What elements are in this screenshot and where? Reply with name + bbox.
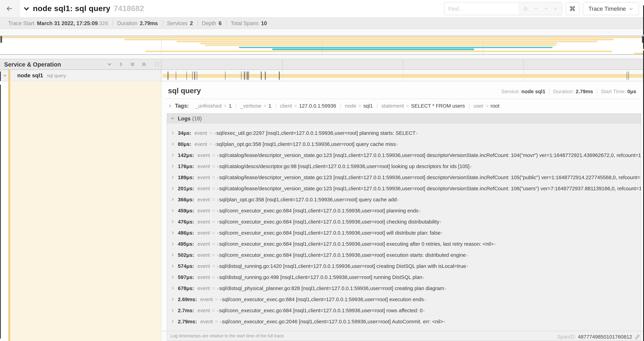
chevron-right-icon[interactable] bbox=[171, 242, 174, 246]
chevron-right-icon[interactable] bbox=[171, 164, 174, 168]
chevron-right-icon[interactable] bbox=[171, 153, 174, 157]
chevron-right-icon[interactable] bbox=[171, 286, 174, 290]
clear-find-icon[interactable]: × bbox=[554, 6, 557, 12]
span-color-stripe bbox=[8, 70, 10, 81]
top-bar: node sql1: sql query 7418682 × ⌘ Trace T… bbox=[0, 0, 644, 17]
span-tag: _unfinished=1 bbox=[191, 103, 236, 109]
jaeger-trace-page: node sql1: sql query 7418682 × ⌘ Trace T… bbox=[0, 0, 644, 341]
chevron-right-icon[interactable] bbox=[171, 175, 174, 179]
span-name-cell[interactable]: node sql1 sql query bbox=[0, 70, 161, 81]
log-entry-row[interactable]: 201μs: event = sql/catalog/lease/descrip… bbox=[167, 183, 641, 194]
span-id-value: 4877749850101760812 bbox=[578, 334, 632, 340]
left-edge-line bbox=[0, 85, 1, 338]
log-entry-row[interactable]: 486μs: event = sql/conn_executor_exec.go… bbox=[167, 227, 641, 238]
span-log-marks bbox=[162, 70, 644, 81]
right-edge-strip bbox=[643, 5, 644, 341]
chevron-right-icon[interactable] bbox=[171, 131, 174, 135]
minimap-span-bar[interactable] bbox=[176, 41, 597, 42]
log-entry-row[interactable]: 80μs: event = sql/plan_opt.go:358 [nsql1… bbox=[167, 138, 641, 150]
minimap-span-bar[interactable] bbox=[146, 51, 612, 52]
log-entry-row[interactable]: 366μs: event = sql/plan_opt.go:358 [nsql… bbox=[167, 194, 641, 205]
chevron-right-icon[interactable] bbox=[171, 253, 174, 257]
log-entry-row[interactable]: 597μs: event = sql/distsql_running.go:49… bbox=[167, 271, 641, 283]
chevron-right-icon[interactable] bbox=[171, 231, 174, 235]
chevron-right-icon[interactable] bbox=[171, 186, 174, 190]
back-button[interactable] bbox=[0, 0, 20, 17]
tags-list: _unfinished=1_verbose=1client=127.0.0.1:… bbox=[191, 103, 504, 109]
service-label: Service: bbox=[501, 89, 520, 94]
minimap-span-bar[interactable] bbox=[205, 45, 555, 46]
collapse-span-chevron-icon[interactable] bbox=[3, 73, 7, 78]
chevron-right-icon[interactable] bbox=[171, 142, 174, 146]
logs-header[interactable]: Logs (18) bbox=[167, 113, 641, 123]
minimap-span-bar[interactable] bbox=[200, 43, 557, 44]
log-entry-row[interactable]: 34μs: event = sql/exec_util.go:2297 [nsq… bbox=[167, 127, 641, 138]
keyboard-shortcuts-button[interactable]: ⌘ bbox=[566, 2, 580, 15]
trace-stats-bar: Trace StartMarch 31 2022, 17:25:09.326Du… bbox=[0, 17, 644, 29]
minimap-span-bar[interactable] bbox=[124, 39, 614, 40]
log-entry-row[interactable]: 678μs: event = sql/distsql_physical_plan… bbox=[167, 283, 641, 294]
copy-link-icon[interactable] bbox=[634, 334, 640, 340]
minimap-span-bar[interactable] bbox=[272, 49, 474, 50]
right-strip-tan-segment bbox=[643, 49, 644, 51]
log-entry-row[interactable]: 2.79ms: event = sql/conn_executor_exec.g… bbox=[167, 316, 641, 327]
minimap-span-bar[interactable] bbox=[0, 37, 644, 38]
log-tick-mark bbox=[194, 72, 195, 80]
trace-stat: Duration2.79ms bbox=[113, 20, 163, 26]
minimap-span-bar[interactable] bbox=[239, 47, 552, 48]
find-next-icon[interactable] bbox=[544, 6, 548, 11]
ruler-gridline bbox=[523, 59, 524, 69]
collapse-all-icon[interactable] bbox=[130, 62, 135, 67]
expand-all-icon[interactable] bbox=[141, 62, 147, 67]
log-tick-mark bbox=[168, 72, 168, 80]
span-detail-row: sql query Service:node sql1 Duration:2.7… bbox=[0, 81, 644, 341]
chevron-down-icon[interactable] bbox=[170, 116, 175, 120]
span-service-name: node sql1 bbox=[17, 72, 43, 79]
log-entry-row[interactable]: 2.69ms: event = sql/conn_executor_exec.g… bbox=[167, 294, 641, 305]
chevron-right-icon[interactable] bbox=[168, 104, 172, 108]
find-input[interactable] bbox=[444, 3, 518, 15]
log-entry-row[interactable]: 2.7ms: event = sql/conn_executor_exec.go… bbox=[167, 305, 641, 316]
chevron-right-icon[interactable] bbox=[171, 220, 174, 223]
logs-list: 34μs: event = sql/exec_util.go:2297 [nsq… bbox=[167, 123, 641, 341]
span-row: node sql1 sql query bbox=[0, 70, 644, 81]
tags-row[interactable]: Tags: _unfinished=1_verbose=1client=127.… bbox=[162, 99, 644, 112]
chevron-right-icon[interactable] bbox=[171, 320, 174, 323]
chevron-right-icon[interactable] bbox=[171, 275, 174, 279]
column-resize-grip[interactable] bbox=[156, 62, 158, 67]
chevron-down-icon bbox=[629, 7, 633, 11]
collapse-one-icon[interactable] bbox=[107, 62, 112, 67]
log-tick-mark bbox=[196, 72, 197, 80]
chevron-right-icon[interactable] bbox=[171, 264, 174, 268]
log-entry-row[interactable]: 495μs: event = sql/conn_executor_exec.go… bbox=[167, 238, 641, 249]
right-strip-teal-segment bbox=[643, 35, 644, 37]
log-entry-row[interactable]: 189μs: event = sql/catalog/lease/descrip… bbox=[167, 172, 641, 183]
span-detail-header: sql query Service:node sql1 Duration:2.7… bbox=[162, 81, 644, 99]
log-entry-row[interactable]: 502μs: event = sql/conn_executor_exec.go… bbox=[167, 249, 641, 260]
minimap-span-bar[interactable] bbox=[634, 53, 644, 54]
chevron-right-icon[interactable] bbox=[171, 209, 174, 212]
find-prev-icon[interactable] bbox=[534, 6, 538, 11]
chevron-right-icon[interactable] bbox=[171, 198, 174, 201]
log-entry-row[interactable]: 459μs: event = sql/conn_executor_exec.go… bbox=[167, 205, 641, 216]
minimap-left-drag-handle[interactable] bbox=[0, 36, 2, 43]
collapse-trace-chevron-icon[interactable] bbox=[23, 6, 30, 12]
log-tick-mark bbox=[627, 72, 627, 80]
chevron-right-icon[interactable] bbox=[171, 308, 174, 312]
expand-one-icon[interactable] bbox=[118, 62, 124, 67]
chevron-right-icon[interactable] bbox=[171, 297, 174, 301]
locate-icon[interactable] bbox=[523, 6, 528, 11]
span-operation-name: sql query bbox=[47, 73, 66, 78]
log-entry-row[interactable]: 574μs: event = sql/distsql_running.go:14… bbox=[167, 260, 641, 271]
span-detail-left-column bbox=[0, 81, 161, 341]
log-tick-mark bbox=[225, 72, 226, 80]
log-entry-row[interactable]: 476μs: event = sql/conn_executor_exec.go… bbox=[167, 216, 641, 227]
expand-collapse-controls bbox=[107, 62, 147, 67]
minimap-tick-labels bbox=[0, 29, 644, 35]
trace-view-select[interactable]: Trace Timeline bbox=[583, 2, 639, 15]
log-entry-row[interactable]: 176μs: event = sql/catalog/descs/descrip… bbox=[167, 161, 641, 172]
log-entry-row[interactable]: 142μs: event = sql/catalog/lease/descrip… bbox=[167, 150, 641, 161]
logs-section: Logs (18) 34μs: event = sql/exec_util.go… bbox=[167, 113, 641, 341]
find-box: × bbox=[444, 2, 562, 15]
minimap-canvas[interactable] bbox=[0, 36, 644, 55]
